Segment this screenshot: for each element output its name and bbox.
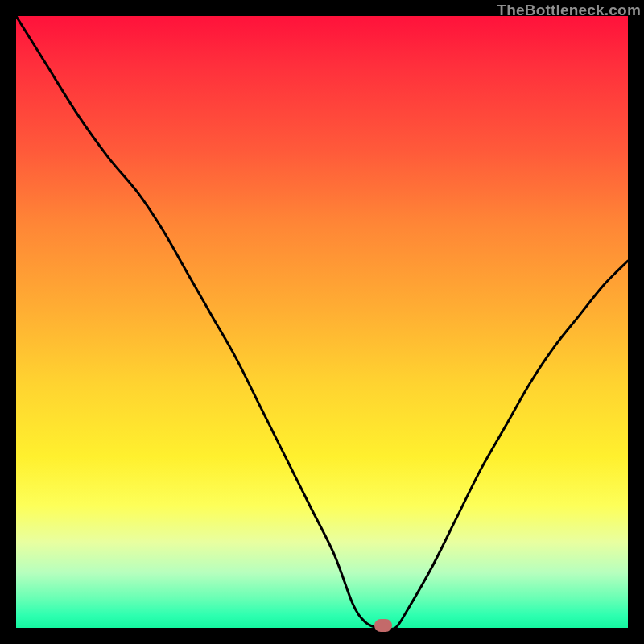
bottleneck-marker xyxy=(374,619,393,631)
bottleneck-curve xyxy=(16,16,628,628)
chart-frame: TheBottleneck.com xyxy=(0,0,644,644)
attribution-text: TheBottleneck.com xyxy=(497,2,641,19)
chart-canvas xyxy=(16,16,628,628)
